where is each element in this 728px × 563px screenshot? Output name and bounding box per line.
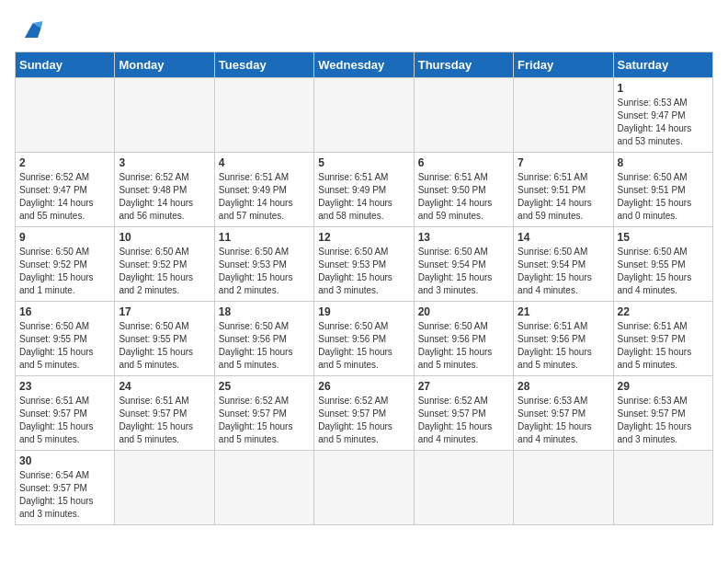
day-cell: 1Sunrise: 6:53 AM Sunset: 9:47 PM Daylig… — [613, 78, 712, 153]
day-cell: 20Sunrise: 6:50 AM Sunset: 9:56 PM Dayli… — [414, 302, 513, 376]
day-cell: 30Sunrise: 6:54 AM Sunset: 9:57 PM Dayli… — [16, 451, 115, 525]
day-cell: 14Sunrise: 6:50 AM Sunset: 9:54 PM Dayli… — [514, 227, 613, 302]
day-info: Sunrise: 6:50 AM Sunset: 9:56 PM Dayligh… — [418, 320, 509, 372]
day-cell: 4Sunrise: 6:51 AM Sunset: 9:49 PM Daylig… — [214, 153, 313, 227]
day-cell — [514, 451, 613, 525]
day-info: Sunrise: 6:51 AM Sunset: 9:57 PM Dayligh… — [19, 395, 110, 446]
day-cell: 26Sunrise: 6:52 AM Sunset: 9:57 PM Dayli… — [314, 376, 414, 451]
week-row-5: 23Sunrise: 6:51 AM Sunset: 9:57 PM Dayli… — [16, 376, 713, 451]
logo-icon — [15, 15, 48, 44]
day-info: Sunrise: 6:50 AM Sunset: 9:53 PM Dayligh… — [219, 246, 310, 297]
day-info: Sunrise: 6:53 AM Sunset: 9:57 PM Dayligh… — [518, 395, 609, 446]
day-cell: 2Sunrise: 6:52 AM Sunset: 9:47 PM Daylig… — [16, 153, 115, 227]
day-cell — [115, 451, 214, 525]
day-number: 14 — [518, 231, 609, 244]
day-number: 28 — [518, 380, 609, 393]
weekday-friday: Friday — [514, 52, 613, 78]
day-number: 19 — [318, 305, 409, 318]
day-cell — [414, 78, 513, 153]
day-cell — [514, 78, 613, 153]
weekday-header-row: SundayMondayTuesdayWednesdayThursdayFrid… — [16, 52, 713, 78]
day-number: 10 — [119, 231, 210, 244]
day-number: 27 — [418, 380, 509, 393]
day-number: 4 — [219, 156, 310, 169]
day-info: Sunrise: 6:52 AM Sunset: 9:48 PM Dayligh… — [119, 171, 210, 223]
day-info: Sunrise: 6:51 AM Sunset: 9:49 PM Dayligh… — [219, 171, 310, 223]
day-info: Sunrise: 6:50 AM Sunset: 9:56 PM Dayligh… — [318, 320, 409, 372]
day-number: 23 — [19, 380, 110, 393]
week-row-1: 1Sunrise: 6:53 AM Sunset: 9:47 PM Daylig… — [16, 78, 713, 153]
day-cell: 25Sunrise: 6:52 AM Sunset: 9:57 PM Dayli… — [214, 376, 313, 451]
day-cell: 19Sunrise: 6:50 AM Sunset: 9:56 PM Dayli… — [314, 302, 414, 376]
day-cell — [613, 451, 712, 525]
week-row-2: 2Sunrise: 6:52 AM Sunset: 9:47 PM Daylig… — [16, 153, 713, 227]
day-number: 6 — [418, 156, 509, 169]
day-cell: 10Sunrise: 6:50 AM Sunset: 9:52 PM Dayli… — [115, 227, 214, 302]
day-info: Sunrise: 6:50 AM Sunset: 9:54 PM Dayligh… — [518, 246, 609, 297]
week-row-4: 16Sunrise: 6:50 AM Sunset: 9:55 PM Dayli… — [16, 302, 713, 376]
page-header — [15, 15, 713, 44]
day-info: Sunrise: 6:50 AM Sunset: 9:54 PM Dayligh… — [418, 246, 509, 297]
day-cell — [414, 451, 513, 525]
day-cell: 15Sunrise: 6:50 AM Sunset: 9:55 PM Dayli… — [613, 227, 712, 302]
day-info: Sunrise: 6:52 AM Sunset: 9:57 PM Dayligh… — [418, 395, 509, 446]
weekday-wednesday: Wednesday — [314, 52, 414, 78]
day-number: 18 — [219, 305, 310, 318]
day-number: 8 — [618, 156, 709, 169]
day-cell: 11Sunrise: 6:50 AM Sunset: 9:53 PM Dayli… — [214, 227, 313, 302]
day-number: 24 — [119, 380, 210, 393]
day-number: 29 — [618, 380, 709, 393]
day-info: Sunrise: 6:52 AM Sunset: 9:57 PM Dayligh… — [219, 395, 310, 446]
day-number: 12 — [318, 231, 409, 244]
day-cell — [214, 451, 313, 525]
day-number: 25 — [219, 380, 310, 393]
day-cell — [314, 451, 414, 525]
day-number: 1 — [618, 82, 709, 95]
day-number: 21 — [518, 305, 609, 318]
day-info: Sunrise: 6:51 AM Sunset: 9:57 PM Dayligh… — [618, 320, 709, 372]
weekday-tuesday: Tuesday — [214, 52, 313, 78]
day-cell: 29Sunrise: 6:53 AM Sunset: 9:57 PM Dayli… — [613, 376, 712, 451]
day-cell — [214, 78, 313, 153]
day-cell: 12Sunrise: 6:50 AM Sunset: 9:53 PM Dayli… — [314, 227, 414, 302]
day-cell — [16, 78, 115, 153]
day-number: 5 — [318, 156, 409, 169]
day-cell: 3Sunrise: 6:52 AM Sunset: 9:48 PM Daylig… — [115, 153, 214, 227]
day-cell: 5Sunrise: 6:51 AM Sunset: 9:49 PM Daylig… — [314, 153, 414, 227]
day-number: 22 — [618, 305, 709, 318]
day-info: Sunrise: 6:50 AM Sunset: 9:53 PM Dayligh… — [318, 246, 409, 297]
day-number: 17 — [119, 305, 210, 318]
day-info: Sunrise: 6:51 AM Sunset: 9:49 PM Dayligh… — [318, 171, 409, 223]
day-cell: 16Sunrise: 6:50 AM Sunset: 9:55 PM Dayli… — [16, 302, 115, 376]
day-cell: 8Sunrise: 6:50 AM Sunset: 9:51 PM Daylig… — [613, 153, 712, 227]
calendar-table: SundayMondayTuesdayWednesdayThursdayFrid… — [15, 52, 713, 525]
day-cell: 23Sunrise: 6:51 AM Sunset: 9:57 PM Dayli… — [16, 376, 115, 451]
day-info: Sunrise: 6:51 AM Sunset: 9:57 PM Dayligh… — [119, 395, 210, 446]
day-cell: 28Sunrise: 6:53 AM Sunset: 9:57 PM Dayli… — [514, 376, 613, 451]
day-number: 20 — [418, 305, 509, 318]
day-info: Sunrise: 6:52 AM Sunset: 9:57 PM Dayligh… — [318, 395, 409, 446]
day-cell: 22Sunrise: 6:51 AM Sunset: 9:57 PM Dayli… — [613, 302, 712, 376]
day-info: Sunrise: 6:52 AM Sunset: 9:47 PM Dayligh… — [19, 171, 110, 223]
day-number: 9 — [19, 231, 110, 244]
day-cell: 6Sunrise: 6:51 AM Sunset: 9:50 PM Daylig… — [414, 153, 513, 227]
day-cell — [115, 78, 214, 153]
day-number: 13 — [418, 231, 509, 244]
day-info: Sunrise: 6:50 AM Sunset: 9:55 PM Dayligh… — [19, 320, 110, 372]
day-number: 30 — [19, 454, 110, 467]
logo — [15, 15, 51, 44]
day-number: 11 — [219, 231, 310, 244]
day-cell: 9Sunrise: 6:50 AM Sunset: 9:52 PM Daylig… — [16, 227, 115, 302]
day-cell: 13Sunrise: 6:50 AM Sunset: 9:54 PM Dayli… — [414, 227, 513, 302]
day-info: Sunrise: 6:50 AM Sunset: 9:55 PM Dayligh… — [618, 246, 709, 297]
day-info: Sunrise: 6:50 AM Sunset: 9:56 PM Dayligh… — [219, 320, 310, 372]
day-cell: 18Sunrise: 6:50 AM Sunset: 9:56 PM Dayli… — [214, 302, 313, 376]
day-cell: 27Sunrise: 6:52 AM Sunset: 9:57 PM Dayli… — [414, 376, 513, 451]
weekday-monday: Monday — [115, 52, 214, 78]
day-info: Sunrise: 6:50 AM Sunset: 9:51 PM Dayligh… — [618, 171, 709, 223]
day-info: Sunrise: 6:53 AM Sunset: 9:57 PM Dayligh… — [618, 395, 709, 446]
day-number: 15 — [618, 231, 709, 244]
day-cell: 24Sunrise: 6:51 AM Sunset: 9:57 PM Dayli… — [115, 376, 214, 451]
day-info: Sunrise: 6:51 AM Sunset: 9:50 PM Dayligh… — [418, 171, 509, 223]
day-cell: 17Sunrise: 6:50 AM Sunset: 9:55 PM Dayli… — [115, 302, 214, 376]
